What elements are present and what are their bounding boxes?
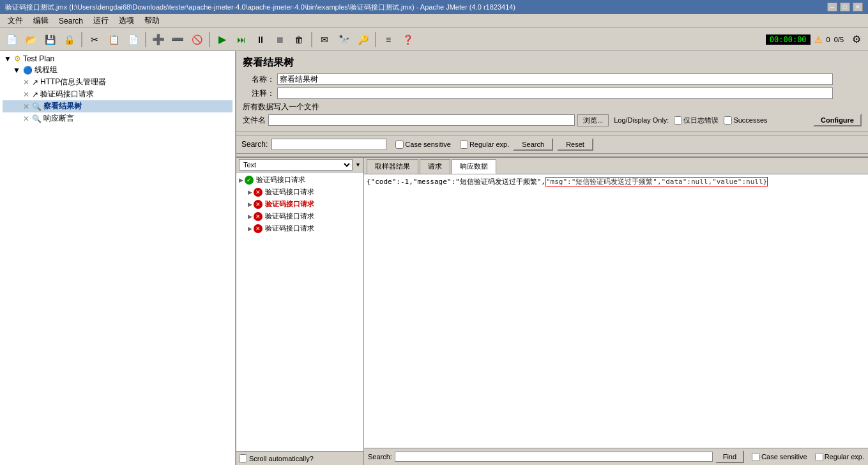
- toolbar-run-no-pause[interactable]: ⏭: [232, 31, 250, 49]
- toolbar-paste[interactable]: 📄: [124, 31, 142, 49]
- tree-label-assertion: 响应断言: [43, 113, 74, 124]
- regular-exp-checkbox[interactable]: [460, 141, 468, 149]
- tree-item-testplan[interactable]: ▼ ⚙ Test Plan: [3, 54, 232, 64]
- bottom-search-label: Search:: [368, 453, 392, 461]
- toolbar-pause[interactable]: ⏸: [252, 31, 270, 49]
- expand-arrow-3: ▶: [248, 201, 252, 208]
- menu-help[interactable]: 帮助: [139, 14, 165, 27]
- toolbar-mail[interactable]: ✉: [316, 31, 333, 49]
- toolbar-new[interactable]: 📄: [3, 31, 20, 49]
- toolbar-save[interactable]: 💾: [41, 31, 59, 49]
- successes-checkbox-label[interactable]: Successes: [724, 116, 767, 125]
- browse-button[interactable]: 浏览...: [577, 114, 609, 126]
- filename-input[interactable]: [268, 114, 575, 126]
- restore-button[interactable]: □: [840, 3, 850, 11]
- scroll-auto-row: Scroll automatically?: [236, 451, 363, 465]
- result-item-2[interactable]: ▶ ✕ 验证码接口请求: [238, 186, 362, 198]
- toolbar-sep-5: [375, 32, 376, 47]
- tab-response-data[interactable]: 响应数据: [452, 159, 496, 174]
- menu-run[interactable]: 运行: [88, 14, 114, 27]
- bottom-search-input[interactable]: [395, 452, 713, 462]
- tree-item-threadgroup[interactable]: ▼ 🔵 线程组: [3, 64, 232, 76]
- toolbar-sep-3: [209, 32, 210, 47]
- toolbar-run[interactable]: ▶: [213, 31, 231, 49]
- menu-bar: 文件 编辑 Search 运行 选项 帮助: [0, 14, 868, 28]
- case-sensitive-checkbox[interactable]: [395, 141, 404, 149]
- menu-options[interactable]: 选项: [114, 14, 139, 27]
- reset-button[interactable]: Reset: [557, 138, 593, 151]
- warning-count: 0: [826, 36, 830, 43]
- results-list-panel: Text ▼ ▶ ✓ 验证码接口请求 ▶ ✕ 验证码接口请求: [236, 158, 364, 465]
- response-right-highlighted: "msg":"短信验证码发送过于频繁","data":null,"value":…: [545, 177, 768, 187]
- scroll-auto-checkbox[interactable]: [239, 454, 247, 462]
- configure-button[interactable]: Configure: [813, 114, 862, 126]
- comment-input[interactable]: [277, 88, 833, 99]
- testplan-icon: ⚙: [14, 54, 21, 63]
- toolbar-stop[interactable]: ⏹: [271, 31, 289, 49]
- toolbar-sep-2: [145, 32, 146, 47]
- log-errors-checkbox-label[interactable]: 仅日志错误: [674, 116, 719, 125]
- toolbar-clear[interactable]: 🚫: [188, 31, 206, 49]
- search-button[interactable]: Search: [513, 138, 553, 151]
- toolbar-settings[interactable]: ⚙: [848, 31, 865, 49]
- toolbar-open[interactable]: 📂: [22, 31, 40, 49]
- tab-request[interactable]: 请求: [420, 159, 450, 174]
- search-input[interactable]: [271, 139, 386, 150]
- results-list-header: Text ▼: [236, 158, 363, 172]
- comment-row: 注释：: [243, 88, 862, 99]
- menu-search[interactable]: Search: [54, 15, 88, 27]
- toolbar-cut[interactable]: ✂: [86, 31, 103, 49]
- toolbar-collapse[interactable]: ➖: [169, 31, 187, 49]
- toolbar-shutdown[interactable]: 🗑: [290, 31, 308, 49]
- close-button[interactable]: ✕: [853, 3, 863, 11]
- result-label-2: 验证码接口请求: [265, 187, 314, 197]
- filename-label: 文件名: [243, 115, 266, 126]
- http-header-arrow-icon: ↗: [32, 78, 38, 87]
- name-input[interactable]: [277, 73, 833, 85]
- bottom-regular-exp-checkbox[interactable]: [815, 453, 823, 461]
- detail-panel: 取样器结果 请求 响应数据 {"code":-1,"message":"短信验证…: [364, 158, 868, 465]
- bottom-regular-exp-label[interactable]: Regular exp.: [815, 453, 864, 461]
- text-dropdown[interactable]: Text: [239, 159, 353, 171]
- toolbar-expand[interactable]: ➕: [149, 31, 167, 49]
- case-sensitive-label[interactable]: Case sensitive: [395, 141, 451, 149]
- log-display-label: Log/Display Only:: [614, 116, 669, 124]
- regular-exp-label[interactable]: Regular exp.: [460, 141, 509, 149]
- result-label-5: 验证码接口请求: [265, 224, 314, 233]
- main-layout: ▼ ⚙ Test Plan ▼ 🔵 线程组 ✕ ↗ HTTP信息头管理器 ✕ ↗…: [0, 51, 868, 465]
- expand-arrow-1: ▶: [239, 177, 243, 183]
- result-item-4[interactable]: ▶ ✕ 验证码接口请求: [238, 210, 362, 222]
- result-item-1[interactable]: ▶ ✓ 验证码接口请求: [238, 174, 362, 186]
- menu-file[interactable]: 文件: [3, 14, 28, 27]
- result-item-3[interactable]: ▶ ✕ 验证码接口请求: [238, 198, 362, 210]
- toolbar: 📄 📂 💾 🔒 ✂ 📋 📄 ➕ ➖ 🚫 ▶ ⏭ ⏸ ⏹ 🗑 ✉ 🔭 🔑 ≡ ❓ …: [0, 28, 868, 51]
- dropdown-arrow-icon: ▼: [355, 162, 361, 168]
- tree-item-api-request[interactable]: ✕ ↗ 验证码接口请求: [3, 88, 232, 100]
- vrt-title: 察看结果树: [243, 56, 862, 70]
- result-label-1: 验证码接口请求: [256, 175, 305, 185]
- menu-edit[interactable]: 编辑: [28, 14, 54, 27]
- result-item-5[interactable]: ▶ ✕ 验证码接口请求: [238, 222, 362, 234]
- tree-item-results-tree[interactable]: ✕ 🔍 察看结果树: [3, 100, 232, 112]
- bottom-case-sensitive-label[interactable]: Case sensitive: [752, 453, 807, 461]
- title-controls: ─ □ ✕: [827, 3, 863, 11]
- successes-checkbox[interactable]: [724, 116, 732, 125]
- minimize-button[interactable]: ─: [827, 3, 837, 11]
- http-header-icon: ✕: [23, 78, 29, 87]
- toolbar-sep-4: [311, 32, 312, 47]
- toolbar-help[interactable]: ❓: [399, 31, 416, 49]
- toolbar-copy[interactable]: 📋: [105, 31, 123, 49]
- toolbar-key[interactable]: 🔑: [354, 31, 372, 49]
- tab-sampler-result[interactable]: 取样器结果: [367, 159, 418, 174]
- toolbar-search[interactable]: 🔭: [335, 31, 353, 49]
- tree-item-assertion[interactable]: ✕ 🔍 响应断言: [3, 112, 232, 125]
- toolbar-list[interactable]: ≡: [379, 31, 397, 49]
- tree-item-http-header[interactable]: ✕ ↗ HTTP信息头管理器: [3, 76, 232, 88]
- title-bar: 验证码接口测试.jmx (I:\Users\dengdai68\Download…: [0, 0, 868, 14]
- toolbar-saveall[interactable]: 🔒: [60, 31, 78, 49]
- find-button[interactable]: Find: [715, 450, 744, 463]
- status-icon-5: ✕: [254, 224, 263, 233]
- tree-expand-icon: ▼: [4, 54, 11, 63]
- log-errors-checkbox[interactable]: [674, 116, 682, 125]
- bottom-case-sensitive-checkbox[interactable]: [752, 453, 760, 461]
